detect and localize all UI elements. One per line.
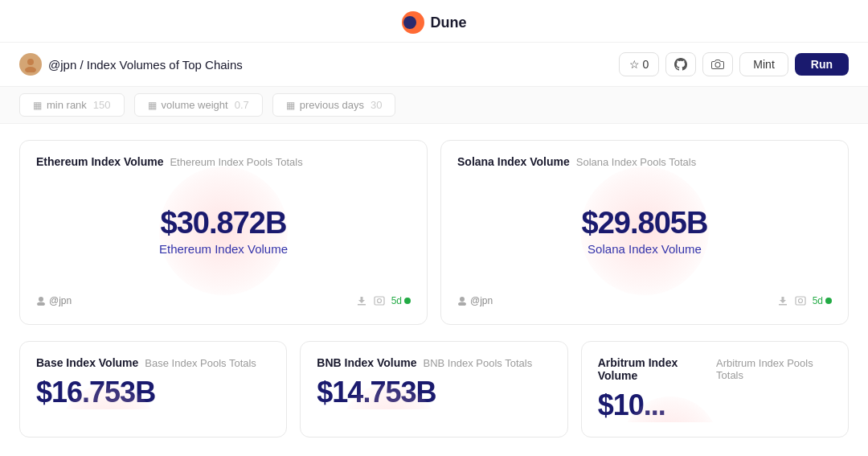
svg-point-1: [403, 16, 416, 29]
ethereum-big-number: $30.872B: [161, 206, 287, 240]
star-button[interactable]: ☆ 0: [619, 52, 660, 76]
card-solana-subtitle: Solana Index Pools Totals: [576, 156, 696, 168]
svg-point-2: [27, 59, 34, 65]
card-arbitrum-title: Arbitrum Index Volume: [598, 356, 710, 382]
solana-footer-right: 5d: [777, 295, 832, 306]
dune-logo-icon: [402, 11, 424, 34]
logo-area: Dune: [402, 11, 467, 34]
bottom-grid: Base Index Volume Base Index Pools Total…: [0, 341, 868, 454]
card-bnb: BNB Index Volume BNB Index Pools Totals …: [300, 341, 567, 438]
badge-5d-ethereum: 5d: [391, 295, 411, 306]
card-ethereum-title: Ethereum Index Volume: [36, 155, 163, 168]
svg-rect-11: [779, 304, 787, 306]
param-previous-days[interactable]: ▦ previous days 30: [272, 93, 396, 117]
ethereum-user-label: @jpn: [49, 295, 72, 306]
card-solana-center: $29.805B Solana Index Volume: [457, 175, 832, 287]
green-dot-ethereum: [404, 298, 411, 304]
ethereum-footer-user: @jpn: [36, 295, 72, 306]
toolbar-right: ☆ 0 Mint Run: [619, 52, 849, 76]
card-arbitrum-header: Arbitrum Index Volume Arbitrum Index Poo…: [598, 356, 832, 382]
card-solana-title: Solana Index Volume: [457, 155, 570, 168]
card-base-title: Base Index Volume: [36, 356, 138, 369]
card-bnb-title: BNB Index Volume: [317, 356, 416, 369]
card-base-header: Base Index Volume Base Index Pools Total…: [36, 356, 270, 369]
card-ethereum-center: $30.872B Ethereum Index Volume: [36, 175, 411, 287]
photo-icon: [374, 295, 385, 306]
card-ethereum-footer: @jpn 5d: [36, 295, 411, 306]
svg-point-9: [460, 297, 465, 302]
param-icon-1: ▦: [33, 100, 42, 111]
toolbar-left: @jpn / Index Volumes of Top Chains: [19, 53, 609, 76]
top-header: Dune: [0, 0, 868, 43]
user-icon-solana: [457, 296, 467, 306]
card-ethereum-subtitle: Ethereum Index Pools Totals: [170, 156, 302, 168]
star-count: 0: [643, 58, 649, 71]
solana-user-label: @jpn: [470, 295, 493, 306]
card-ethereum: Ethereum Index Volume Ethereum Index Poo…: [19, 140, 428, 325]
card-solana: Solana Index Volume Solana Index Pools T…: [440, 140, 849, 325]
card-base-subtitle: Base Index Pools Totals: [145, 357, 256, 369]
svg-point-8: [377, 299, 381, 303]
param-min-rank[interactable]: ▦ min rank 150: [19, 93, 125, 117]
badge-5d-solana-text: 5d: [813, 295, 823, 306]
card-bnb-header: BNB Index Volume BNB Index Pools Totals: [317, 356, 551, 369]
param-icon-3: ▦: [286, 100, 295, 111]
run-button[interactable]: Run: [795, 53, 849, 76]
solana-big-label: Solana Index Volume: [588, 242, 702, 256]
svg-rect-12: [796, 297, 805, 305]
card-arbitrum: Arbitrum Index Volume Arbitrum Index Poo…: [581, 341, 849, 438]
card-arbitrum-subtitle: Arbitrum Index Pools Totals: [716, 357, 832, 381]
github-icon: [674, 58, 687, 71]
solana-big-number: $29.805B: [582, 206, 708, 240]
toolbar: @jpn / Index Volumes of Top Chains ☆ 0 M…: [0, 43, 868, 87]
breadcrumb: @jpn / Index Volumes of Top Chains: [48, 58, 243, 72]
svg-point-13: [798, 299, 802, 303]
github-button[interactable]: [665, 52, 696, 76]
params-bar: ▦ min rank 150 ▦ volume weight 0.7 ▦ pre…: [0, 87, 868, 124]
ethereum-big-label: Ethereum Index Volume: [159, 242, 288, 256]
star-icon: ☆: [629, 58, 640, 71]
param-volume-weight[interactable]: ▦ volume weight 0.7: [134, 93, 263, 117]
svg-rect-6: [358, 304, 366, 306]
badge-5d-ethereum-text: 5d: [391, 295, 402, 306]
user-icon: [36, 296, 46, 306]
green-dot-solana: [825, 298, 832, 304]
svg-point-10: [458, 302, 466, 306]
avatar: [19, 53, 42, 76]
ethereum-footer-right: 5d: [356, 295, 411, 306]
mint-button[interactable]: Mint: [739, 52, 788, 76]
solana-footer-user: @jpn: [457, 295, 493, 306]
card-solana-footer: @jpn 5d: [457, 295, 832, 306]
logo-text: Dune: [431, 14, 467, 31]
svg-point-5: [37, 302, 45, 306]
svg-rect-7: [375, 297, 384, 305]
camera-icon: [711, 58, 724, 71]
card-base: Base Index Volume Base Index Pools Total…: [19, 341, 287, 438]
svg-point-4: [39, 297, 43, 302]
main-grid: Ethereum Index Volume Ethereum Index Poo…: [0, 124, 868, 341]
svg-point-3: [25, 67, 36, 72]
param-icon-2: ▦: [148, 100, 157, 111]
camera-button[interactable]: [702, 52, 733, 76]
download-icon: [356, 295, 367, 306]
badge-5d-solana: 5d: [813, 295, 832, 306]
download-icon-solana: [777, 295, 788, 306]
photo-icon-solana: [795, 295, 806, 306]
card-bnb-subtitle: BNB Index Pools Totals: [424, 357, 533, 369]
